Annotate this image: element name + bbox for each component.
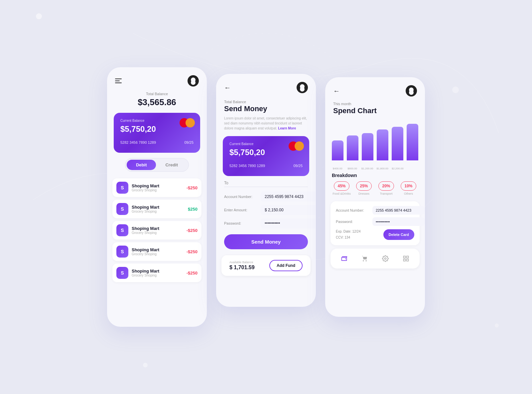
nav-cart-icon[interactable] — [359, 253, 371, 265]
breakdown-pill-3: 20% Transport — [376, 181, 396, 195]
svg-point-3 — [385, 258, 386, 260]
acct-password-input[interactable] — [372, 217, 425, 226]
amount-label: Enter Amount: — [224, 208, 261, 212]
toggle-group: Debit Credit — [125, 158, 189, 172]
spend-month-label: This month — [333, 102, 417, 106]
learn-more-link[interactable]: Learn More — [278, 126, 296, 130]
credit-toggle-button[interactable]: Credit — [156, 160, 187, 170]
chart-bar-6 — [407, 124, 418, 160]
avatar-icon-3[interactable] — [406, 85, 417, 97]
acct-number-input[interactable] — [372, 206, 425, 215]
tx-info: Shoping Mart Grocery Shoping — [132, 205, 188, 213]
acct-password-row: Password: — [336, 217, 414, 226]
card2-balance-label: Current Balance — [229, 142, 286, 146]
breakdown-pill-2: 25% Dresses — [354, 181, 374, 195]
tx-avatar: S — [116, 246, 128, 258]
chart-bar-4 — [377, 129, 388, 161]
tx-name: Shoping Mart — [132, 247, 187, 252]
pill-label-1: Food &Drinks — [332, 192, 351, 195]
pill-percent-1: 45% — [334, 181, 349, 191]
card-balance-label: Current Balance — [120, 119, 177, 122]
phone2-header: ← — [216, 74, 316, 97]
mastercard-logo — [180, 118, 195, 127]
card-balance-amount: $5,750,20 — [120, 124, 177, 134]
chart-label-2: $600.00 — [346, 167, 358, 170]
tx-name: Shoping Mart — [132, 183, 187, 188]
tx-avatar: S — [116, 203, 128, 215]
add-fund-button[interactable]: Add Fund — [269, 260, 303, 271]
breakdown-section: Breakdown 45% Food &Drinks 25% Dresses 2… — [325, 170, 425, 198]
tx-info: Shoping Mart Grocery Shoping — [132, 183, 187, 192]
send-money-title-section: Total Balance Send Money Lorem ipsum dol… — [216, 97, 316, 136]
svg-rect-7 — [407, 259, 409, 261]
phone1-header — [107, 67, 207, 91]
amount-input[interactable] — [261, 205, 316, 215]
svg-rect-4 — [404, 256, 406, 258]
tx-amount: -$250 — [187, 228, 198, 233]
nav-grid-icon[interactable] — [400, 253, 412, 265]
phone-send-money: ← Total Balance Send Money Lorem ipsum d… — [216, 74, 316, 307]
credit-card-2: Current Balance $5,750,20 5282 3456 7890… — [223, 136, 309, 176]
tx-sub: Grocery Shoping — [132, 210, 188, 213]
tx-name: Shoping Mart — [132, 269, 187, 274]
chart-label-4: $1,800.00 — [376, 167, 388, 170]
card-expiry: 09/25 — [184, 140, 194, 144]
back-icon[interactable]: ← — [224, 84, 231, 92]
card2-footer: 5282 3456 7890 1289 09/25 — [229, 164, 303, 168]
hamburger-menu-icon[interactable] — [115, 79, 122, 83]
password-row: Password: — [224, 218, 308, 228]
tx-info: Shoping Mart Grocery Shoping — [132, 247, 187, 256]
svg-point-2 — [345, 259, 346, 260]
pill-label-4: Others — [399, 192, 418, 195]
avatar-icon-2[interactable] — [297, 82, 308, 93]
table-row: S Shoping Mart Grocery Shoping -$250 — [112, 221, 201, 240]
tx-avatar: S — [116, 224, 128, 236]
acct-password-label: Password: — [336, 220, 372, 224]
ccv: CCV: 134 — [336, 235, 361, 241]
available-balance-amount: $ 1,701.59 — [229, 265, 255, 271]
exp-info: Exp. Date: 12/24 CCV: 134 — [336, 229, 361, 241]
send-balance-label: Total Balance — [224, 100, 308, 104]
bottom-navigation — [331, 249, 420, 269]
pill-label-2: Dresses — [354, 192, 374, 195]
avatar-icon[interactable] — [188, 75, 199, 87]
spend-chart-title: Spend Chart — [333, 106, 417, 115]
to-label: To — [224, 181, 308, 187]
total-balance-section: Total Balance $3,565.86 — [107, 91, 207, 113]
account-number-input[interactable] — [261, 192, 316, 202]
send-money-button[interactable]: Send Money — [224, 234, 308, 249]
account-details-section: Account Number: Password: Exp. Date: 12/… — [331, 201, 420, 245]
table-row: S Shoping Mart Grocery Shoping -$250 — [112, 264, 201, 282]
tx-sub: Grocery Shoping — [132, 274, 187, 277]
tx-name: Shoping Mart — [132, 226, 187, 231]
delete-card-button[interactable]: Delete Card — [383, 229, 414, 240]
send-money-description: Lorem ipsum dolor sit amet, consectetuer… — [224, 116, 308, 131]
balance-label: Total Balance — [107, 92, 207, 96]
chart-bar-5 — [392, 127, 403, 160]
tx-sub: Grocery Shoping — [132, 252, 187, 256]
available-balance-bar: Available Balance $ 1,701.59 Add Fund — [221, 255, 311, 276]
exp-date: Exp. Date: 12/24 — [336, 229, 361, 235]
amount-row: Enter Amount: — [224, 205, 308, 215]
card2-expiry: 09/25 — [293, 164, 303, 168]
back-icon-3[interactable]: ← — [333, 87, 340, 95]
breakdown-title: Breakdown — [332, 173, 418, 178]
phone-dashboard: Total Balance $3,565.86 Current Balance … — [107, 67, 207, 327]
available-balance-label: Available Balance — [229, 261, 255, 264]
pill-label-3: Transport — [376, 192, 396, 195]
phones-container: Total Balance $3,565.86 Current Balance … — [107, 67, 425, 327]
available-balance-info: Available Balance $ 1,701.59 — [229, 261, 255, 271]
account-number-label: Account Number: — [224, 195, 261, 199]
card-footer: 5282 3456 7890 1289 09/25 — [120, 140, 194, 144]
chart-bar-2 — [347, 135, 358, 160]
debit-toggle-button[interactable]: Debit — [127, 160, 156, 170]
acct-number-row: Account Number: — [336, 206, 414, 215]
tx-avatar: S — [116, 267, 128, 279]
nav-settings-icon[interactable] — [379, 253, 391, 265]
tx-info: Shoping Mart Grocery Shoping — [132, 269, 187, 277]
chart-label-3: $1,200.00 — [361, 167, 373, 170]
nav-wallet-icon[interactable] — [338, 253, 350, 265]
breakdown-pill-1: 45% Food &Drinks — [332, 181, 351, 195]
breakdown-pill-4: 10% Others — [399, 181, 418, 195]
password-input[interactable] — [261, 218, 316, 228]
